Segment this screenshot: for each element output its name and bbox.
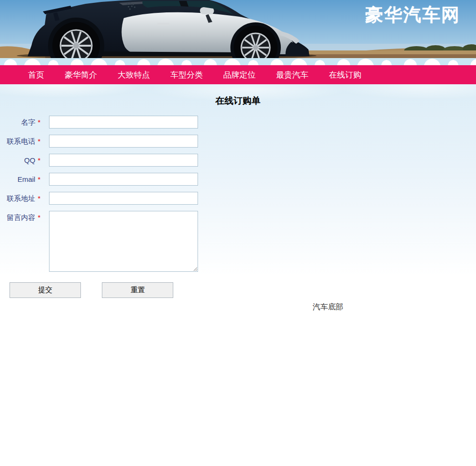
- name-label: 名字*: [0, 116, 40, 129]
- address-input[interactable]: [49, 192, 198, 205]
- form-row-name: 名字*: [0, 116, 476, 129]
- form-row-address: 联系地址*: [0, 192, 476, 205]
- footer-text: 汽车底部: [313, 302, 476, 312]
- nav-item-order[interactable]: 在线订购: [329, 69, 361, 80]
- cloud-strip: [0, 58, 476, 65]
- form-row-email: Email*: [0, 173, 476, 186]
- phone-input[interactable]: [49, 135, 198, 148]
- required-asterisk: *: [38, 156, 40, 164]
- nav-item-brand[interactable]: 品牌定位: [223, 69, 256, 80]
- submit-button[interactable]: 提交: [10, 282, 81, 298]
- site-title: 豪华汽车网: [365, 3, 460, 27]
- required-asterisk: *: [38, 118, 40, 126]
- nav-item-categories[interactable]: 车型分类: [170, 69, 203, 80]
- form-buttons: 提交 重置: [0, 282, 476, 298]
- nav-item-features[interactable]: 大致特点: [118, 69, 150, 80]
- email-label: Email*: [0, 173, 40, 186]
- email-input[interactable]: [49, 173, 198, 186]
- form-row-qq: QQ*: [0, 154, 476, 167]
- phone-label: 联系电话*: [0, 135, 40, 148]
- message-label: 留言内容*: [0, 211, 40, 224]
- main-nav: 首页 豪华简介 大致特点 车型分类 品牌定位 最贵汽车 在线订购: [0, 65, 476, 84]
- message-textarea[interactable]: [49, 211, 198, 272]
- required-asterisk: *: [38, 194, 40, 202]
- nav-item-intro[interactable]: 豪华简介: [65, 69, 97, 80]
- required-asterisk: *: [38, 213, 40, 221]
- qq-input[interactable]: [49, 154, 198, 167]
- header-banner: 豪华汽车网: [0, 0, 476, 58]
- nav-item-home[interactable]: 首页: [28, 69, 44, 80]
- name-input[interactable]: [49, 116, 198, 129]
- page-title: 在线订购单: [0, 95, 476, 107]
- address-label: 联系地址*: [0, 192, 40, 205]
- required-asterisk: *: [38, 175, 40, 183]
- form-row-message: 留言内容*: [0, 211, 476, 272]
- order-form: 名字* 联系电话* QQ* Email* 联系地址* 留言内容* 提交 重置: [0, 116, 476, 298]
- reset-button[interactable]: 重置: [102, 282, 173, 298]
- nav-item-expensive[interactable]: 最贵汽车: [276, 69, 308, 80]
- required-asterisk: *: [38, 137, 40, 145]
- form-row-phone: 联系电话*: [0, 135, 476, 148]
- main-content: 在线订购单 名字* 联系电话* QQ* Email* 联系地址* 留言内容* 提…: [0, 84, 476, 318]
- qq-label: QQ*: [0, 154, 40, 167]
